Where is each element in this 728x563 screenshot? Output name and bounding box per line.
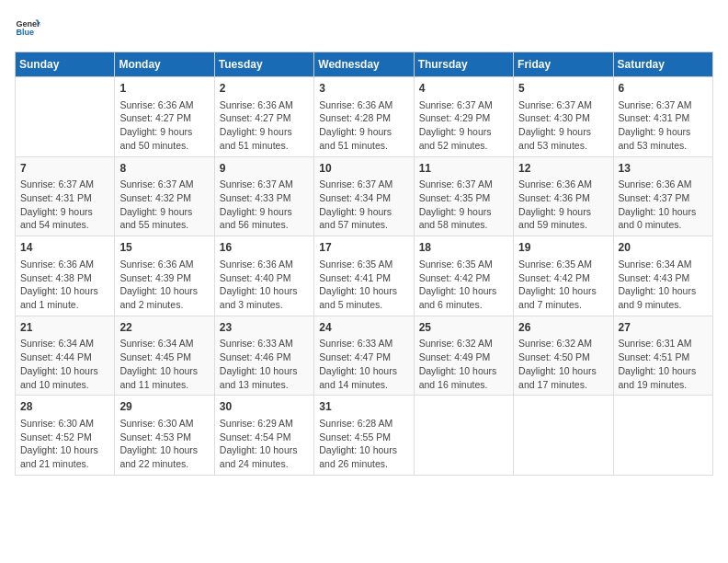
day-number: 28 xyxy=(20,399,109,415)
day-cell xyxy=(514,396,613,476)
week-row-4: 21Sunrise: 6:34 AM Sunset: 4:44 PM Dayli… xyxy=(16,316,713,396)
day-cell: 25Sunrise: 6:32 AM Sunset: 4:49 PM Dayli… xyxy=(414,316,513,396)
day-cell: 15Sunrise: 6:36 AM Sunset: 4:39 PM Dayli… xyxy=(115,236,214,316)
day-number: 25 xyxy=(419,320,508,336)
day-number: 6 xyxy=(619,81,708,97)
day-number: 31 xyxy=(319,399,408,415)
day-number: 14 xyxy=(20,240,109,256)
header-row: SundayMondayTuesdayWednesdayThursdayFrid… xyxy=(16,52,713,77)
day-cell: 24Sunrise: 6:33 AM Sunset: 4:47 PM Dayli… xyxy=(314,316,414,396)
day-number: 8 xyxy=(119,161,209,177)
day-detail: Sunrise: 6:36 AM Sunset: 4:27 PM Dayligh… xyxy=(220,98,309,153)
day-detail: Sunrise: 6:34 AM Sunset: 4:45 PM Dayligh… xyxy=(119,337,209,391)
day-number: 17 xyxy=(319,240,408,256)
day-cell: 1Sunrise: 6:36 AM Sunset: 4:27 PM Daylig… xyxy=(115,77,214,157)
day-number: 9 xyxy=(220,161,309,177)
day-detail: Sunrise: 6:29 AM Sunset: 4:54 PM Dayligh… xyxy=(220,417,309,471)
day-number: 4 xyxy=(419,81,508,97)
header-cell-tuesday: Tuesday xyxy=(214,52,313,77)
day-cell: 8Sunrise: 6:37 AM Sunset: 4:32 PM Daylig… xyxy=(115,156,214,236)
header-cell-monday: Monday xyxy=(115,52,214,77)
day-number: 30 xyxy=(220,399,309,415)
day-cell: 3Sunrise: 6:36 AM Sunset: 4:28 PM Daylig… xyxy=(314,77,414,157)
day-cell: 26Sunrise: 6:32 AM Sunset: 4:50 PM Dayli… xyxy=(514,316,613,396)
day-cell: 7Sunrise: 6:37 AM Sunset: 4:31 PM Daylig… xyxy=(16,156,115,236)
day-number: 13 xyxy=(619,161,708,177)
day-number: 1 xyxy=(119,81,209,97)
week-row-2: 7Sunrise: 6:37 AM Sunset: 4:31 PM Daylig… xyxy=(16,156,713,236)
logo-icon: General Blue xyxy=(15,15,40,40)
day-detail: Sunrise: 6:33 AM Sunset: 4:46 PM Dayligh… xyxy=(220,337,309,391)
day-detail: Sunrise: 6:30 AM Sunset: 4:53 PM Dayligh… xyxy=(119,417,209,471)
day-detail: Sunrise: 6:36 AM Sunset: 4:38 PM Dayligh… xyxy=(20,258,109,312)
day-detail: Sunrise: 6:37 AM Sunset: 4:35 PM Dayligh… xyxy=(419,178,508,232)
day-detail: Sunrise: 6:34 AM Sunset: 4:43 PM Dayligh… xyxy=(619,258,708,312)
day-detail: Sunrise: 6:28 AM Sunset: 4:55 PM Dayligh… xyxy=(319,417,408,471)
day-detail: Sunrise: 6:34 AM Sunset: 4:44 PM Dayligh… xyxy=(20,337,109,391)
day-cell: 17Sunrise: 6:35 AM Sunset: 4:41 PM Dayli… xyxy=(314,236,414,316)
svg-text:Blue: Blue xyxy=(16,28,34,37)
day-number: 10 xyxy=(319,161,408,177)
day-number: 19 xyxy=(518,240,608,256)
day-number: 15 xyxy=(119,240,209,256)
day-detail: Sunrise: 6:37 AM Sunset: 4:30 PM Dayligh… xyxy=(518,98,608,153)
day-cell: 28Sunrise: 6:30 AM Sunset: 4:52 PM Dayli… xyxy=(16,396,115,476)
page-header: General Blue xyxy=(15,15,713,40)
day-detail: Sunrise: 6:35 AM Sunset: 4:41 PM Dayligh… xyxy=(319,258,408,312)
day-number: 26 xyxy=(518,320,608,336)
day-cell: 29Sunrise: 6:30 AM Sunset: 4:53 PM Dayli… xyxy=(115,396,214,476)
day-cell xyxy=(414,396,513,476)
day-cell: 21Sunrise: 6:34 AM Sunset: 4:44 PM Dayli… xyxy=(16,316,115,396)
day-number: 27 xyxy=(619,320,708,336)
day-cell: 6Sunrise: 6:37 AM Sunset: 4:31 PM Daylig… xyxy=(613,77,712,157)
day-detail: Sunrise: 6:37 AM Sunset: 4:34 PM Dayligh… xyxy=(319,178,408,232)
day-number: 20 xyxy=(619,240,708,256)
week-row-5: 28Sunrise: 6:30 AM Sunset: 4:52 PM Dayli… xyxy=(16,396,713,476)
day-cell: 12Sunrise: 6:36 AM Sunset: 4:36 PM Dayli… xyxy=(514,156,613,236)
day-cell: 20Sunrise: 6:34 AM Sunset: 4:43 PM Dayli… xyxy=(613,236,712,316)
day-cell: 30Sunrise: 6:29 AM Sunset: 4:54 PM Dayli… xyxy=(214,396,313,476)
day-detail: Sunrise: 6:37 AM Sunset: 4:31 PM Dayligh… xyxy=(619,98,708,153)
day-detail: Sunrise: 6:32 AM Sunset: 4:50 PM Dayligh… xyxy=(518,337,608,391)
day-cell xyxy=(16,77,115,157)
day-number: 2 xyxy=(220,81,309,97)
calendar-table: SundayMondayTuesdayWednesdayThursdayFrid… xyxy=(15,52,713,476)
day-cell: 23Sunrise: 6:33 AM Sunset: 4:46 PM Dayli… xyxy=(214,316,313,396)
day-cell: 2Sunrise: 6:36 AM Sunset: 4:27 PM Daylig… xyxy=(214,77,313,157)
day-detail: Sunrise: 6:36 AM Sunset: 4:40 PM Dayligh… xyxy=(220,258,309,312)
day-cell xyxy=(613,396,712,476)
day-cell: 11Sunrise: 6:37 AM Sunset: 4:35 PM Dayli… xyxy=(414,156,513,236)
day-number: 21 xyxy=(20,320,109,336)
week-row-1: 1Sunrise: 6:36 AM Sunset: 4:27 PM Daylig… xyxy=(16,77,713,157)
day-number: 29 xyxy=(119,399,209,415)
header-cell-friday: Friday xyxy=(514,52,613,77)
day-cell: 27Sunrise: 6:31 AM Sunset: 4:51 PM Dayli… xyxy=(613,316,712,396)
day-number: 3 xyxy=(319,81,408,97)
day-number: 23 xyxy=(220,320,309,336)
day-cell: 16Sunrise: 6:36 AM Sunset: 4:40 PM Dayli… xyxy=(214,236,313,316)
header-cell-thursday: Thursday xyxy=(414,52,513,77)
day-detail: Sunrise: 6:35 AM Sunset: 4:42 PM Dayligh… xyxy=(518,258,608,312)
day-cell: 9Sunrise: 6:37 AM Sunset: 4:33 PM Daylig… xyxy=(214,156,313,236)
day-detail: Sunrise: 6:37 AM Sunset: 4:32 PM Dayligh… xyxy=(119,178,209,232)
day-cell: 22Sunrise: 6:34 AM Sunset: 4:45 PM Dayli… xyxy=(115,316,214,396)
day-cell: 14Sunrise: 6:36 AM Sunset: 4:38 PM Dayli… xyxy=(16,236,115,316)
day-number: 11 xyxy=(419,161,508,177)
day-detail: Sunrise: 6:33 AM Sunset: 4:47 PM Dayligh… xyxy=(319,337,408,391)
day-detail: Sunrise: 6:36 AM Sunset: 4:39 PM Dayligh… xyxy=(119,258,209,312)
day-cell: 19Sunrise: 6:35 AM Sunset: 4:42 PM Dayli… xyxy=(514,236,613,316)
day-number: 7 xyxy=(20,161,109,177)
day-detail: Sunrise: 6:37 AM Sunset: 4:29 PM Dayligh… xyxy=(419,98,508,153)
header-cell-wednesday: Wednesday xyxy=(314,52,414,77)
day-detail: Sunrise: 6:35 AM Sunset: 4:42 PM Dayligh… xyxy=(419,258,508,312)
day-detail: Sunrise: 6:31 AM Sunset: 4:51 PM Dayligh… xyxy=(619,337,708,391)
day-cell: 18Sunrise: 6:35 AM Sunset: 4:42 PM Dayli… xyxy=(414,236,513,316)
day-cell: 31Sunrise: 6:28 AM Sunset: 4:55 PM Dayli… xyxy=(314,396,414,476)
day-number: 24 xyxy=(319,320,408,336)
day-detail: Sunrise: 6:30 AM Sunset: 4:52 PM Dayligh… xyxy=(20,417,109,471)
day-detail: Sunrise: 6:36 AM Sunset: 4:27 PM Dayligh… xyxy=(119,98,209,153)
day-number: 5 xyxy=(518,81,608,97)
day-number: 18 xyxy=(419,240,508,256)
day-detail: Sunrise: 6:36 AM Sunset: 4:37 PM Dayligh… xyxy=(619,178,708,232)
header-cell-saturday: Saturday xyxy=(613,52,712,77)
